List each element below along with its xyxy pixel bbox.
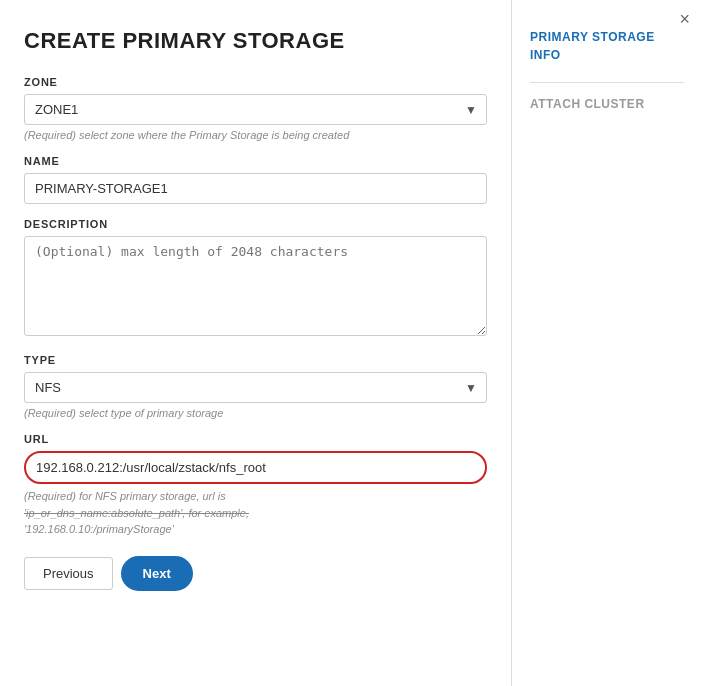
next-button[interactable]: Next [121,556,193,591]
sidebar: PRIMARY STORAGE INFO ATTACH CLUSTER [512,0,702,686]
url-label: URL [24,433,487,445]
url-input-wrapper [24,451,487,484]
url-input[interactable] [24,451,487,484]
sidebar-step2-label: ATTACH CLUSTER [530,95,684,113]
footer: Previous Next [24,556,487,591]
description-label: DESCRIPTION [24,218,487,230]
url-hint-line1: (Required) for NFS primary storage, url … [24,490,226,502]
name-input[interactable] [24,173,487,204]
url-hint: (Required) for NFS primary storage, url … [24,488,487,538]
dialog-title: CREATE PRIMARY STORAGE [24,28,487,54]
create-primary-storage-dialog: × CREATE PRIMARY STORAGE ZONE ZONE1 ZONE… [0,0,702,686]
main-form: CREATE PRIMARY STORAGE ZONE ZONE1 ZONE2 … [0,0,512,686]
sidebar-divider [530,82,684,83]
type-label: TYPE [24,354,487,366]
type-hint: (Required) select type of primary storag… [24,407,487,419]
sidebar-step1-label: PRIMARY STORAGE INFO [530,28,684,64]
zone-label: ZONE [24,76,487,88]
url-hint-line3: '192.168.0.10:/primaryStorage' [24,523,174,535]
description-input[interactable] [24,236,487,336]
previous-button[interactable]: Previous [24,557,113,590]
sidebar-step-attach-cluster: ATTACH CLUSTER [530,95,684,113]
type-select[interactable]: NFS LocalStorage SharedBlock [24,372,487,403]
name-label: NAME [24,155,487,167]
zone-select[interactable]: ZONE1 ZONE2 [24,94,487,125]
close-button[interactable]: × [679,10,690,28]
zone-select-wrapper: ZONE1 ZONE2 ▼ [24,94,487,125]
sidebar-step-primary-storage-info: PRIMARY STORAGE INFO [530,28,684,64]
zone-hint: (Required) select zone where the Primary… [24,129,487,141]
url-hint-line2: 'ip_or_dns_name:absolute_path', for exam… [24,507,249,519]
type-select-wrapper: NFS LocalStorage SharedBlock ▼ [24,372,487,403]
